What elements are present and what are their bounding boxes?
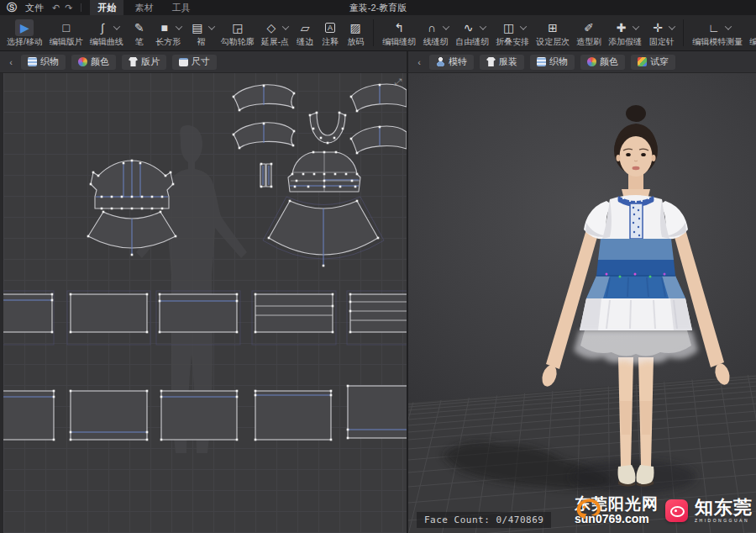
- tool-annotation[interactable]: A 注释: [318, 15, 343, 50]
- edit-avatar-measure-icon: ∟: [708, 19, 720, 36]
- tool-pen[interactable]: ✎ 笔: [127, 15, 152, 50]
- tool-fold-arrange[interactable]: ◫ 折叠安排: [492, 15, 533, 50]
- tool-seam-edge[interactable]: ▱ 缝边: [292, 15, 318, 50]
- tab-avatar[interactable]: 模特: [429, 55, 474, 70]
- collapse-right-icon[interactable]: ‹: [415, 57, 423, 67]
- app-logo-icon[interactable]: Ⓢ: [7, 1, 17, 15]
- tab-material[interactable]: 素材: [127, 0, 160, 15]
- chevron-down-icon[interactable]: [282, 23, 289, 29]
- edit-sewing-icon: ↰: [394, 19, 404, 36]
- tab-fabric-left[interactable]: 织物: [21, 55, 66, 70]
- set-layer-icon: ⊞: [548, 19, 558, 36]
- tab-color-right[interactable]: 颜色: [580, 55, 625, 70]
- pleat-icon: ▤: [192, 19, 202, 36]
- tool-grading[interactable]: ▨ 放码: [343, 15, 368, 50]
- toolbar: ▶ 选择/移动 □ 编辑版片 ∫ 编辑曲线 ✎ 笔 ■ 长方形 ▤ 褶 ◲ 勾勒…: [0, 15, 756, 51]
- toolbar-divider: [373, 19, 374, 46]
- pattern-piece-icon: [129, 57, 138, 66]
- watermark-app-sub: ZHIDONGGUAN: [695, 519, 753, 523]
- toolbar-divider: [683, 19, 684, 46]
- tool-trace-outline[interactable]: ◲ 勾勒轮廓: [218, 15, 258, 50]
- tool-edit-garment-measure[interactable]: ⇧ 编辑服装测量: [746, 15, 756, 50]
- style-brush-icon: ✐: [584, 19, 594, 36]
- tab-garment[interactable]: 服装: [480, 55, 524, 70]
- segment-sewing-icon: ∩: [428, 19, 436, 36]
- edit-curve-icon: ∫: [101, 19, 104, 36]
- zhidongguan-app-icon: [665, 499, 688, 522]
- ruler-icon: [179, 58, 188, 66]
- tryon-icon: [638, 57, 647, 66]
- right-panel-tabstrip: ‹ 模特 服装 织物 颜色 试穿: [408, 51, 756, 73]
- sun0769-logo-icon: [575, 496, 605, 521]
- chevron-down-icon[interactable]: [176, 23, 182, 29]
- tool-edit-curve[interactable]: ∫ 编辑曲线: [87, 15, 127, 50]
- chevron-down-icon[interactable]: [632, 23, 638, 29]
- watermarks: 东莞阳光网 sun0769.com 知东莞 ZHIDONGGUAN: [575, 496, 753, 525]
- titlebar: Ⓢ 文件 ↶ ↷ 开始 素材 工具 童装-2-教育版: [0, 0, 756, 15]
- tool-set-layer[interactable]: ⊞ 设定层次: [533, 15, 573, 50]
- titlebar-divider: [81, 3, 81, 12]
- app-window: Ⓢ 文件 ↶ ↷ 开始 素材 工具 童装-2-教育版 ▶ 选择/移动 □ 编辑版…: [0, 0, 756, 533]
- chevron-down-icon[interactable]: [724, 23, 731, 29]
- viewport-3d[interactable]: Face Count: 0/470869 东莞阳光网 sun0769.com 知…: [408, 73, 756, 533]
- tab-fabric-right[interactable]: 织物: [530, 55, 575, 70]
- pattern-pieces-drawing: [3, 73, 407, 533]
- fabric-icon: [28, 57, 37, 66]
- ribbon-tabs: 开始 素材 工具: [90, 0, 197, 15]
- tab-tools[interactable]: 工具: [164, 0, 197, 15]
- grading-icon: ▨: [350, 19, 361, 36]
- tool-pin[interactable]: ✛ 固定针: [645, 15, 678, 50]
- undo-icon[interactable]: ↶: [52, 3, 60, 13]
- watermark-app-name: 知东莞: [695, 499, 753, 517]
- shirt-icon: [486, 57, 496, 66]
- chevron-down-icon[interactable]: [443, 23, 449, 29]
- tab-start[interactable]: 开始: [90, 0, 123, 15]
- rectangle-icon: ■: [161, 19, 168, 36]
- tab-tryon[interactable]: 试穿: [631, 55, 675, 70]
- pattern-2d-canvas[interactable]: ⤢: [0, 73, 407, 533]
- face-count-badge: Face Count: 0/470869: [417, 512, 551, 528]
- free-sewing-icon: ∿: [464, 19, 474, 36]
- extend-point-icon: ◇: [267, 19, 276, 36]
- palette-icon: [587, 57, 596, 66]
- fabric-icon: [537, 57, 546, 66]
- tool-segment-sewing[interactable]: ∩ 线缝纫: [419, 15, 452, 50]
- tab-color-left[interactable]: 颜色: [71, 55, 116, 70]
- tool-edit-avatar-measure[interactable]: ∟ 编辑模特测量: [689, 15, 746, 50]
- chevron-down-icon[interactable]: [113, 23, 120, 29]
- annotation-icon: A: [325, 23, 335, 33]
- chevron-down-icon[interactable]: [208, 23, 215, 29]
- left-panel-tabstrip: ‹ 织物 颜色 版片 尺寸: [0, 51, 407, 73]
- tool-select-move[interactable]: ▶ 选择/移动: [3, 15, 46, 50]
- palette-icon: [78, 57, 87, 66]
- seam-edge-icon: ▱: [301, 19, 310, 36]
- fold-arrange-icon: ◫: [503, 19, 514, 36]
- scene-3d: [408, 73, 756, 533]
- select-move-icon: ▶: [20, 19, 29, 36]
- edit-pattern-icon: □: [63, 19, 70, 36]
- trace-outline-icon: ◲: [232, 19, 243, 36]
- chevron-down-icon[interactable]: [479, 23, 486, 29]
- pen-icon: ✎: [134, 19, 144, 36]
- pin-icon: ✛: [653, 19, 663, 36]
- redo-icon[interactable]: ↷: [65, 3, 72, 13]
- tool-add-basting[interactable]: ✚ 添加假缝: [605, 15, 645, 50]
- tool-extend-point[interactable]: ◇ 延展-点: [258, 15, 292, 50]
- tool-pleat[interactable]: ▤ 褶: [185, 15, 218, 50]
- viewport-3d-pane: ‹ 模特 服装 织物 颜色 试穿: [408, 51, 756, 533]
- tool-edit-pattern[interactable]: □ 编辑版片: [46, 15, 87, 50]
- pattern-2d-pane: ‹ 织物 颜色 版片 尺寸: [0, 51, 408, 533]
- expand-icon[interactable]: ⤢: [394, 77, 402, 87]
- add-basting-icon: ✚: [617, 19, 627, 36]
- chevron-down-icon[interactable]: [669, 23, 675, 29]
- tool-free-sewing[interactable]: ∿ 自由缝纫: [452, 15, 492, 50]
- tool-rectangle[interactable]: ■ 长方形: [152, 15, 185, 50]
- file-menu[interactable]: 文件: [25, 2, 44, 14]
- collapse-left-icon[interactable]: ‹: [7, 57, 15, 67]
- tab-pattern-piece[interactable]: 版片: [122, 55, 166, 70]
- tab-size[interactable]: 尺寸: [172, 55, 217, 70]
- person-icon: [436, 57, 445, 66]
- tool-edit-sewing[interactable]: ↰ 编辑缝纫: [379, 15, 419, 50]
- chevron-down-icon[interactable]: [519, 23, 526, 29]
- tool-style-brush[interactable]: ✐ 造型刷: [573, 15, 605, 50]
